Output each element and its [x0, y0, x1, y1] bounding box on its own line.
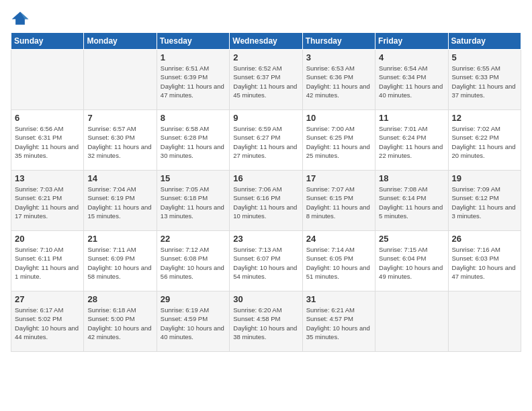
- cell-info: Sunrise: 6:21 AM Sunset: 4:57 PM Dayligh…: [306, 306, 371, 341]
- cell-info: Sunrise: 7:11 AM Sunset: 6:09 PM Dayligh…: [87, 245, 152, 281]
- logo: [11, 11, 32, 26]
- cell-info: Sunrise: 7:15 AM Sunset: 6:04 PM Dayligh…: [379, 245, 444, 281]
- cell-info: Sunrise: 6:58 AM Sunset: 6:28 PM Dayligh…: [161, 124, 226, 160]
- calendar-cell: 28Sunrise: 6:18 AM Sunset: 5:00 PM Dayli…: [84, 291, 157, 352]
- cell-info: Sunrise: 7:12 AM Sunset: 6:08 PM Dayligh…: [161, 245, 226, 281]
- calendar-cell: 31Sunrise: 6:21 AM Sunset: 4:57 PM Dayli…: [302, 291, 375, 352]
- day-number: 19: [452, 173, 517, 183]
- cell-info: Sunrise: 6:57 AM Sunset: 6:30 PM Dayligh…: [87, 124, 152, 160]
- calendar-week-row: 13Sunrise: 7:03 AM Sunset: 6:21 PM Dayli…: [11, 171, 521, 231]
- calendar-week-row: 27Sunrise: 6:17 AM Sunset: 5:02 PM Dayli…: [11, 291, 521, 352]
- weekday-header: Sunday: [11, 33, 84, 50]
- cell-info: Sunrise: 7:10 AM Sunset: 6:11 PM Dayligh…: [15, 245, 80, 281]
- calendar-cell: 24Sunrise: 7:14 AM Sunset: 6:05 PM Dayli…: [302, 231, 375, 291]
- day-number: 30: [233, 294, 298, 304]
- calendar-cell: 9Sunrise: 6:59 AM Sunset: 6:27 PM Daylig…: [230, 110, 302, 171]
- day-number: 14: [87, 173, 152, 183]
- day-number: 17: [306, 173, 371, 183]
- cell-info: Sunrise: 6:55 AM Sunset: 6:33 PM Dayligh…: [452, 64, 517, 99]
- day-number: 28: [87, 294, 152, 304]
- calendar-cell: 13Sunrise: 7:03 AM Sunset: 6:21 PM Dayli…: [11, 171, 84, 231]
- cell-info: Sunrise: 6:17 AM Sunset: 5:02 PM Dayligh…: [15, 306, 80, 341]
- day-number: 20: [15, 234, 80, 244]
- calendar-cell: 12Sunrise: 7:02 AM Sunset: 6:22 PM Dayli…: [448, 110, 521, 171]
- day-number: 13: [15, 173, 80, 183]
- calendar-cell: 2Sunrise: 6:52 AM Sunset: 6:37 PM Daylig…: [230, 50, 302, 110]
- calendar-cell: 18Sunrise: 7:08 AM Sunset: 6:14 PM Dayli…: [375, 171, 448, 231]
- calendar-cell: 23Sunrise: 7:13 AM Sunset: 6:07 PM Dayli…: [230, 231, 302, 291]
- weekday-header: Monday: [84, 33, 157, 50]
- day-number: 23: [233, 234, 298, 244]
- logo-icon: [11, 11, 30, 26]
- calendar-cell: [84, 50, 157, 110]
- cell-info: Sunrise: 7:13 AM Sunset: 6:07 PM Dayligh…: [233, 245, 298, 281]
- cell-info: Sunrise: 7:00 AM Sunset: 6:25 PM Dayligh…: [306, 124, 371, 160]
- day-number: 15: [161, 173, 226, 183]
- calendar-cell: 6Sunrise: 6:56 AM Sunset: 6:31 PM Daylig…: [11, 110, 84, 171]
- day-number: 25: [379, 234, 444, 244]
- day-number: 6: [15, 113, 80, 123]
- cell-info: Sunrise: 7:09 AM Sunset: 6:12 PM Dayligh…: [452, 185, 517, 220]
- day-number: 27: [15, 294, 80, 304]
- calendar-cell: 5Sunrise: 6:55 AM Sunset: 6:33 PM Daylig…: [448, 50, 521, 110]
- calendar-cell: 11Sunrise: 7:01 AM Sunset: 6:24 PM Dayli…: [375, 110, 448, 171]
- calendar-cell: 16Sunrise: 7:06 AM Sunset: 6:16 PM Dayli…: [230, 171, 302, 231]
- day-number: 9: [233, 113, 298, 123]
- day-number: 16: [233, 173, 298, 183]
- day-number: 1: [161, 52, 226, 62]
- cell-info: Sunrise: 7:07 AM Sunset: 6:15 PM Dayligh…: [306, 185, 371, 220]
- calendar-cell: 3Sunrise: 6:53 AM Sunset: 6:36 PM Daylig…: [302, 50, 375, 110]
- cell-info: Sunrise: 6:52 AM Sunset: 6:37 PM Dayligh…: [233, 64, 298, 99]
- cell-info: Sunrise: 7:05 AM Sunset: 6:18 PM Dayligh…: [161, 185, 226, 220]
- day-number: 7: [87, 113, 152, 123]
- calendar-table: SundayMondayTuesdayWednesdayThursdayFrid…: [11, 32, 521, 352]
- cell-info: Sunrise: 7:08 AM Sunset: 6:14 PM Dayligh…: [379, 185, 444, 220]
- weekday-header: Friday: [375, 33, 448, 50]
- calendar-cell: 20Sunrise: 7:10 AM Sunset: 6:11 PM Dayli…: [11, 231, 84, 291]
- calendar-cell: 27Sunrise: 6:17 AM Sunset: 5:02 PM Dayli…: [11, 291, 84, 352]
- calendar-cell: 7Sunrise: 6:57 AM Sunset: 6:30 PM Daylig…: [84, 110, 157, 171]
- day-number: 26: [452, 234, 517, 244]
- calendar-cell: 10Sunrise: 7:00 AM Sunset: 6:25 PM Dayli…: [302, 110, 375, 171]
- calendar-cell: [11, 50, 84, 110]
- calendar-cell: 4Sunrise: 6:54 AM Sunset: 6:34 PM Daylig…: [375, 50, 448, 110]
- cell-info: Sunrise: 7:16 AM Sunset: 6:03 PM Dayligh…: [452, 245, 517, 281]
- calendar-cell: 14Sunrise: 7:04 AM Sunset: 6:19 PM Dayli…: [84, 171, 157, 231]
- cell-info: Sunrise: 6:56 AM Sunset: 6:31 PM Dayligh…: [15, 124, 80, 160]
- calendar-cell: 17Sunrise: 7:07 AM Sunset: 6:15 PM Dayli…: [302, 171, 375, 231]
- day-number: 3: [306, 52, 371, 62]
- calendar-cell: 8Sunrise: 6:58 AM Sunset: 6:28 PM Daylig…: [157, 110, 229, 171]
- calendar-week-row: 1Sunrise: 6:51 AM Sunset: 6:39 PM Daylig…: [11, 50, 521, 110]
- cell-info: Sunrise: 7:03 AM Sunset: 6:21 PM Dayligh…: [15, 185, 80, 220]
- day-number: 29: [161, 294, 226, 304]
- cell-info: Sunrise: 7:06 AM Sunset: 6:16 PM Dayligh…: [233, 185, 298, 220]
- day-number: 8: [161, 113, 226, 123]
- day-number: 5: [452, 52, 517, 62]
- calendar-cell: 29Sunrise: 6:19 AM Sunset: 4:59 PM Dayli…: [157, 291, 229, 352]
- cell-info: Sunrise: 6:54 AM Sunset: 6:34 PM Dayligh…: [379, 64, 444, 99]
- calendar-cell: 19Sunrise: 7:09 AM Sunset: 6:12 PM Dayli…: [448, 171, 521, 231]
- cell-info: Sunrise: 6:59 AM Sunset: 6:27 PM Dayligh…: [233, 124, 298, 160]
- calendar-cell: 15Sunrise: 7:05 AM Sunset: 6:18 PM Dayli…: [157, 171, 229, 231]
- cell-info: Sunrise: 6:18 AM Sunset: 5:00 PM Dayligh…: [87, 306, 152, 341]
- weekday-header: Tuesday: [157, 33, 229, 50]
- day-number: 2: [233, 52, 298, 62]
- cell-info: Sunrise: 7:14 AM Sunset: 6:05 PM Dayligh…: [306, 245, 371, 281]
- weekday-header: Saturday: [448, 33, 521, 50]
- day-number: 21: [87, 234, 152, 244]
- cell-info: Sunrise: 7:01 AM Sunset: 6:24 PM Dayligh…: [379, 124, 444, 160]
- calendar-cell: 25Sunrise: 7:15 AM Sunset: 6:04 PM Dayli…: [375, 231, 448, 291]
- calendar-week-row: 20Sunrise: 7:10 AM Sunset: 6:11 PM Dayli…: [11, 231, 521, 291]
- calendar-cell: 22Sunrise: 7:12 AM Sunset: 6:08 PM Dayli…: [157, 231, 229, 291]
- cell-info: Sunrise: 7:04 AM Sunset: 6:19 PM Dayligh…: [87, 185, 152, 220]
- calendar-week-row: 6Sunrise: 6:56 AM Sunset: 6:31 PM Daylig…: [11, 110, 521, 171]
- calendar-cell: 1Sunrise: 6:51 AM Sunset: 6:39 PM Daylig…: [157, 50, 229, 110]
- cell-info: Sunrise: 6:51 AM Sunset: 6:39 PM Dayligh…: [161, 64, 226, 99]
- calendar-cell: 21Sunrise: 7:11 AM Sunset: 6:09 PM Dayli…: [84, 231, 157, 291]
- cell-info: Sunrise: 6:19 AM Sunset: 4:59 PM Dayligh…: [161, 306, 226, 341]
- calendar-cell: [448, 291, 521, 352]
- cell-info: Sunrise: 7:02 AM Sunset: 6:22 PM Dayligh…: [452, 124, 517, 160]
- calendar-cell: 26Sunrise: 7:16 AM Sunset: 6:03 PM Dayli…: [448, 231, 521, 291]
- cell-info: Sunrise: 6:53 AM Sunset: 6:36 PM Dayligh…: [306, 64, 371, 99]
- day-number: 12: [452, 113, 517, 123]
